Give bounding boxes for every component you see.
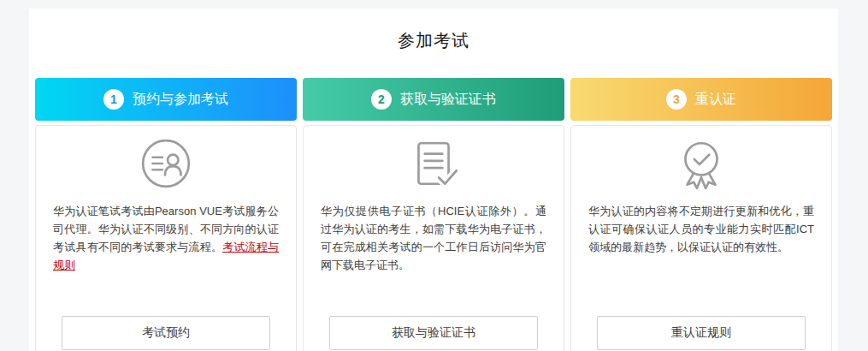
card-description-text: 华为认证的内容将不定期进行更新和优化，重认证可确保认证人员的专业能力实时匹配IC…: [588, 205, 814, 253]
exam-booking-button[interactable]: 考试预约: [62, 316, 270, 350]
profile-list-circle-icon: [36, 134, 296, 193]
step-header-recertification: 3 重认证: [570, 78, 832, 121]
card-certificate: 华为仅提供电子证书（HCIE认证除外）。通过华为认证的考生，如需下载华为电子证书…: [303, 125, 564, 351]
page-title: 参加考试: [29, 9, 838, 52]
step-number-badge: 2: [371, 89, 392, 110]
document-check-icon: [304, 134, 564, 193]
step-header-label: 预约与参加考试: [133, 91, 228, 109]
step-header-label: 获取与验证证书: [400, 91, 496, 109]
step-header-certificate: 2 获取与验证证书: [303, 78, 564, 121]
badge-check-icon: [571, 134, 831, 193]
card-description-text: 华为仅提供电子证书（HCIE认证除外）。通过华为认证的考生，如需下载华为电子证书…: [321, 205, 546, 271]
card-description: 华为认证笔试考试由Pearson VUE考试服务公司代理。华为认证不同级别、不同…: [53, 202, 279, 274]
step-header-label: 重认证: [695, 91, 736, 109]
card-booking: 华为认证笔试考试由Pearson VUE考试服务公司代理。华为认证不同级别、不同…: [35, 125, 297, 351]
step-number-badge: 3: [666, 89, 687, 110]
card-recertification: 华为认证的内容将不定期进行更新和优化，重认证可确保认证人员的专业能力实时匹配IC…: [570, 125, 832, 351]
step-column-booking: 1 预约与参加考试 华为认证笔试考试由Pearson VUE考试服务公司代理。华…: [35, 78, 297, 351]
step-header-booking: 1 预约与参加考试: [35, 78, 297, 121]
content-container: 参加考试 1 预约与参加考试 华为认证笔试考: [29, 9, 838, 351]
recertification-rules-button[interactable]: 重认证规则: [597, 316, 806, 350]
card-description: 华为认证的内容将不定期进行更新和优化，重认证可确保认证人员的专业能力实时匹配IC…: [588, 202, 814, 256]
steps-row: 1 预约与参加考试 华为认证笔试考试由Pearson VUE考试服务公司代理。华…: [29, 78, 838, 351]
get-verify-certificate-button[interactable]: 获取与验证证书: [329, 316, 538, 350]
card-description: 华为仅提供电子证书（HCIE认证除外）。通过华为认证的考生，如需下载华为电子证书…: [321, 202, 546, 274]
step-number-badge: 1: [103, 89, 124, 110]
step-column-recertification: 3 重认证 华为认证的内容将不定期进行更新和优化，重认证可确保认证人员的专业能力…: [570, 78, 832, 351]
step-column-certificate: 2 获取与验证证书 华为仅提供电子证书（HCIE认证除外）。通过华为认证的考生，…: [303, 78, 564, 351]
